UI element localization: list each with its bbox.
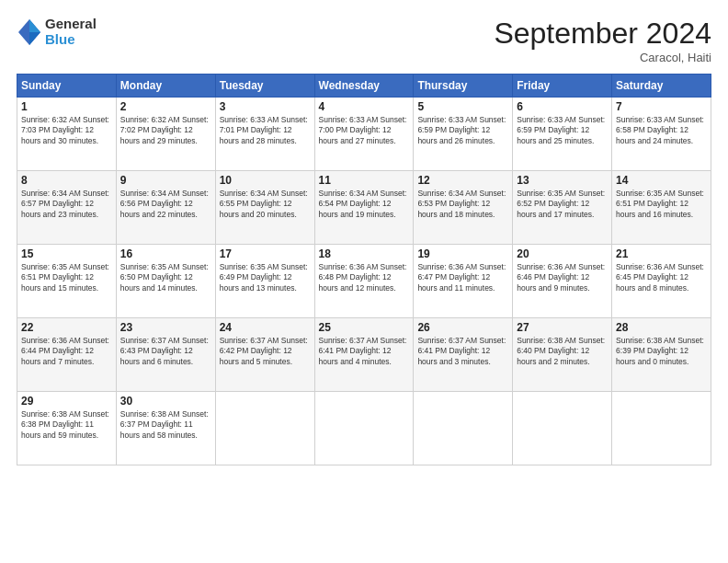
calendar-cell: 26Sunrise: 6:37 AM Sunset: 6:41 PM Dayli… [414, 318, 513, 392]
logo-icon [17, 17, 42, 47]
weekday-friday: Friday [513, 75, 612, 98]
svg-marker-1 [29, 19, 40, 32]
day-number: 15 [21, 247, 112, 260]
title-block: September 2024 Caracol, Haiti [494, 17, 711, 64]
day-number: 24 [220, 321, 311, 334]
day-info: Sunrise: 6:37 AM Sunset: 6:42 PM Dayligh… [220, 336, 311, 367]
calendar-cell: 5Sunrise: 6:33 AM Sunset: 6:59 PM Daylig… [414, 98, 513, 171]
day-info: Sunrise: 6:33 AM Sunset: 7:01 PM Dayligh… [220, 115, 311, 146]
day-info: Sunrise: 6:37 AM Sunset: 6:41 PM Dayligh… [319, 336, 410, 367]
day-number: 14 [616, 174, 707, 187]
day-number: 23 [120, 321, 211, 334]
weekday-thursday: Thursday [414, 75, 513, 98]
day-info: Sunrise: 6:38 AM Sunset: 6:40 PM Dayligh… [517, 336, 608, 367]
day-number: 28 [616, 321, 707, 334]
calendar-cell: 30Sunrise: 6:38 AM Sunset: 6:37 PM Dayli… [116, 392, 215, 465]
calendar-cell: 19Sunrise: 6:36 AM Sunset: 6:47 PM Dayli… [414, 245, 513, 318]
day-number: 13 [517, 174, 608, 187]
calendar-cell: 24Sunrise: 6:37 AM Sunset: 6:42 PM Dayli… [215, 318, 314, 392]
day-info: Sunrise: 6:32 AM Sunset: 7:03 PM Dayligh… [21, 115, 112, 146]
calendar-week-2: 8Sunrise: 6:34 AM Sunset: 6:57 PM Daylig… [17, 171, 711, 245]
day-number: 5 [417, 100, 508, 113]
calendar-cell: 6Sunrise: 6:33 AM Sunset: 6:59 PM Daylig… [513, 98, 612, 171]
location-subtitle: Caracol, Haiti [494, 51, 711, 64]
calendar-cell: 13Sunrise: 6:35 AM Sunset: 6:52 PM Dayli… [513, 171, 612, 245]
page: General Blue September 2024 Caracol, Hai… [0, 0, 728, 563]
weekday-wednesday: Wednesday [314, 75, 414, 98]
day-number: 2 [120, 100, 211, 113]
weekday-tuesday: Tuesday [215, 75, 314, 98]
day-info: Sunrise: 6:35 AM Sunset: 6:51 PM Dayligh… [616, 189, 707, 220]
day-info: Sunrise: 6:38 AM Sunset: 6:38 PM Dayligh… [21, 409, 112, 441]
calendar-header: SundayMondayTuesdayWednesdayThursdayFrid… [17, 75, 711, 98]
day-info: Sunrise: 6:34 AM Sunset: 6:57 PM Dayligh… [21, 189, 112, 220]
calendar-cell [215, 392, 314, 465]
day-number: 30 [120, 395, 211, 408]
day-info: Sunrise: 6:35 AM Sunset: 6:49 PM Dayligh… [220, 262, 311, 293]
calendar-week-3: 15Sunrise: 6:35 AM Sunset: 6:51 PM Dayli… [17, 245, 711, 318]
day-info: Sunrise: 6:36 AM Sunset: 6:48 PM Dayligh… [319, 262, 410, 293]
day-info: Sunrise: 6:34 AM Sunset: 6:54 PM Dayligh… [319, 189, 410, 220]
day-number: 18 [319, 247, 410, 260]
day-number: 7 [616, 100, 707, 113]
calendar-week-5: 29Sunrise: 6:38 AM Sunset: 6:38 PM Dayli… [17, 392, 711, 465]
day-number: 29 [21, 395, 112, 408]
calendar-cell: 29Sunrise: 6:38 AM Sunset: 6:38 PM Dayli… [17, 392, 117, 465]
calendar-cell: 22Sunrise: 6:36 AM Sunset: 6:44 PM Dayli… [17, 318, 117, 392]
calendar-cell [314, 392, 414, 465]
day-number: 16 [120, 247, 211, 260]
day-number: 22 [21, 321, 112, 334]
day-number: 4 [319, 100, 410, 113]
calendar-cell: 4Sunrise: 6:33 AM Sunset: 7:00 PM Daylig… [314, 98, 414, 171]
day-info: Sunrise: 6:32 AM Sunset: 7:02 PM Dayligh… [120, 115, 211, 146]
day-number: 27 [517, 321, 608, 334]
weekday-saturday: Saturday [612, 75, 711, 98]
day-info: Sunrise: 6:37 AM Sunset: 6:43 PM Dayligh… [120, 336, 211, 367]
calendar-cell: 12Sunrise: 6:34 AM Sunset: 6:53 PM Dayli… [414, 171, 513, 245]
day-number: 11 [319, 174, 410, 187]
calendar-cell: 16Sunrise: 6:35 AM Sunset: 6:50 PM Dayli… [116, 245, 215, 318]
day-info: Sunrise: 6:36 AM Sunset: 6:44 PM Dayligh… [21, 336, 112, 367]
day-info: Sunrise: 6:37 AM Sunset: 6:41 PM Dayligh… [417, 336, 508, 367]
calendar-week-4: 22Sunrise: 6:36 AM Sunset: 6:44 PM Dayli… [17, 318, 711, 392]
day-info: Sunrise: 6:33 AM Sunset: 6:59 PM Dayligh… [517, 115, 608, 146]
calendar-cell: 23Sunrise: 6:37 AM Sunset: 6:43 PM Dayli… [116, 318, 215, 392]
logo-line2: Blue [45, 32, 97, 48]
header: General Blue September 2024 Caracol, Hai… [17, 17, 711, 64]
day-number: 20 [517, 247, 608, 260]
day-info: Sunrise: 6:35 AM Sunset: 6:51 PM Dayligh… [21, 262, 112, 293]
weekday-sunday: Sunday [17, 75, 117, 98]
calendar-cell: 21Sunrise: 6:36 AM Sunset: 6:45 PM Dayli… [612, 245, 711, 318]
day-info: Sunrise: 6:33 AM Sunset: 7:00 PM Dayligh… [319, 115, 410, 146]
day-info: Sunrise: 6:33 AM Sunset: 6:58 PM Dayligh… [616, 115, 707, 146]
calendar-body: 1Sunrise: 6:32 AM Sunset: 7:03 PM Daylig… [17, 98, 711, 465]
day-number: 17 [220, 247, 311, 260]
day-info: Sunrise: 6:36 AM Sunset: 6:46 PM Dayligh… [517, 262, 608, 293]
day-info: Sunrise: 6:34 AM Sunset: 6:55 PM Dayligh… [220, 189, 311, 220]
weekday-header-row: SundayMondayTuesdayWednesdayThursdayFrid… [17, 75, 711, 98]
day-number: 19 [417, 247, 508, 260]
day-info: Sunrise: 6:33 AM Sunset: 6:59 PM Dayligh… [417, 115, 508, 146]
month-title: September 2024 [494, 17, 711, 51]
calendar-cell: 1Sunrise: 6:32 AM Sunset: 7:03 PM Daylig… [17, 98, 117, 171]
calendar-cell: 17Sunrise: 6:35 AM Sunset: 6:49 PM Dayli… [215, 245, 314, 318]
logo: General Blue [17, 17, 97, 47]
logo-text: General Blue [45, 17, 97, 47]
day-number: 12 [417, 174, 508, 187]
calendar-cell: 3Sunrise: 6:33 AM Sunset: 7:01 PM Daylig… [215, 98, 314, 171]
day-info: Sunrise: 6:38 AM Sunset: 6:39 PM Dayligh… [616, 336, 707, 367]
weekday-monday: Monday [116, 75, 215, 98]
calendar-cell: 20Sunrise: 6:36 AM Sunset: 6:46 PM Dayli… [513, 245, 612, 318]
day-info: Sunrise: 6:36 AM Sunset: 6:45 PM Dayligh… [616, 262, 707, 293]
calendar-cell: 11Sunrise: 6:34 AM Sunset: 6:54 PM Dayli… [314, 171, 414, 245]
calendar-cell: 28Sunrise: 6:38 AM Sunset: 6:39 PM Dayli… [612, 318, 711, 392]
day-info: Sunrise: 6:38 AM Sunset: 6:37 PM Dayligh… [120, 409, 211, 441]
logo-line1: General [45, 17, 97, 32]
day-info: Sunrise: 6:35 AM Sunset: 6:52 PM Dayligh… [517, 189, 608, 220]
day-info: Sunrise: 6:35 AM Sunset: 6:50 PM Dayligh… [120, 262, 211, 293]
day-number: 1 [21, 100, 112, 113]
calendar-cell: 2Sunrise: 6:32 AM Sunset: 7:02 PM Daylig… [116, 98, 215, 171]
calendar-table: SundayMondayTuesdayWednesdayThursdayFrid… [17, 74, 711, 465]
calendar-cell: 7Sunrise: 6:33 AM Sunset: 6:58 PM Daylig… [612, 98, 711, 171]
day-number: 10 [220, 174, 311, 187]
